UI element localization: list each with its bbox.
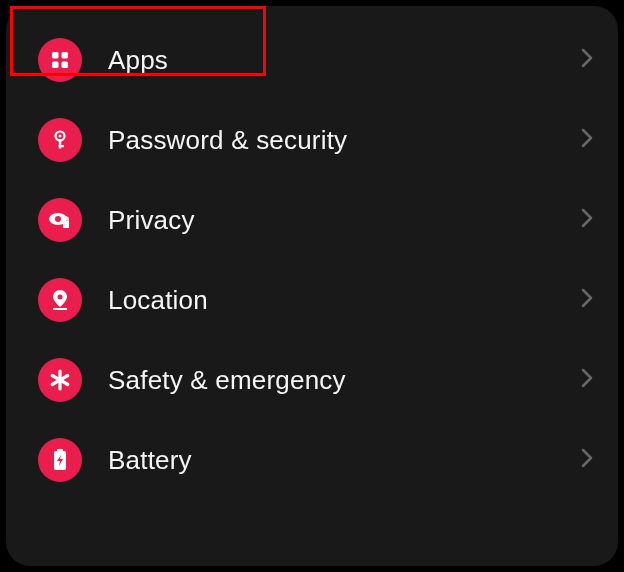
chevron-right-icon bbox=[580, 127, 594, 153]
svg-rect-0 bbox=[52, 52, 59, 59]
apps-icon bbox=[38, 38, 82, 82]
location-icon bbox=[38, 278, 82, 322]
svg-point-9 bbox=[55, 216, 61, 222]
chevron-right-icon bbox=[580, 447, 594, 473]
settings-item-apps[interactable]: Apps bbox=[6, 20, 618, 100]
svg-rect-11 bbox=[53, 308, 67, 310]
svg-rect-3 bbox=[62, 62, 69, 69]
svg-rect-2 bbox=[52, 62, 59, 69]
settings-item-safety-emergency[interactable]: Safety & emergency bbox=[6, 340, 618, 420]
settings-item-privacy[interactable]: Privacy bbox=[6, 180, 618, 260]
settings-item-label: Safety & emergency bbox=[108, 365, 580, 396]
asterisk-icon bbox=[38, 358, 82, 402]
settings-item-label: Apps bbox=[108, 45, 580, 76]
settings-item-battery[interactable]: Battery bbox=[6, 420, 618, 500]
svg-point-10 bbox=[58, 295, 63, 300]
settings-item-label: Privacy bbox=[108, 205, 580, 236]
settings-item-location[interactable]: Location bbox=[6, 260, 618, 340]
privacy-icon bbox=[38, 198, 82, 242]
chevron-right-icon bbox=[580, 287, 594, 313]
settings-item-label: Location bbox=[108, 285, 580, 316]
settings-panel: Apps Password & security bbox=[6, 6, 618, 566]
chevron-right-icon bbox=[580, 367, 594, 393]
settings-item-label: Password & security bbox=[108, 125, 580, 156]
svg-rect-1 bbox=[62, 52, 69, 59]
battery-icon bbox=[38, 438, 82, 482]
chevron-right-icon bbox=[580, 207, 594, 233]
svg-rect-7 bbox=[59, 145, 64, 147]
svg-point-5 bbox=[59, 135, 62, 138]
settings-item-password-security[interactable]: Password & security bbox=[6, 100, 618, 180]
chevron-right-icon bbox=[580, 47, 594, 73]
settings-item-label: Battery bbox=[108, 445, 580, 476]
key-icon bbox=[38, 118, 82, 162]
